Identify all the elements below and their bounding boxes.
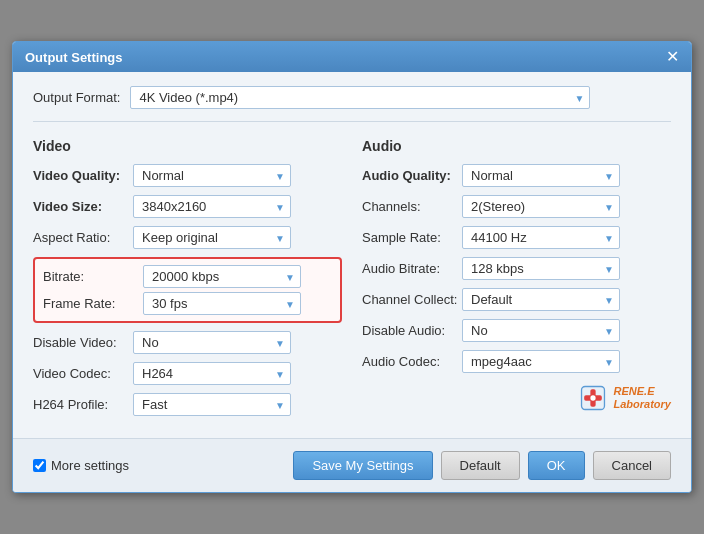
logo-area: RENE.E Laboratory: [362, 383, 671, 413]
audio-quality-select-wrapper: Normal: [462, 164, 620, 187]
frame-rate-select-wrapper: 30 fps: [143, 292, 301, 315]
disable-video-label: Disable Video:: [33, 335, 133, 350]
channels-label: Channels:: [362, 199, 462, 214]
video-quality-select-wrapper: Normal: [133, 164, 291, 187]
disable-audio-select-wrapper: No: [462, 319, 620, 342]
aspect-ratio-row: Aspect Ratio: Keep original: [33, 226, 342, 249]
video-codec-select[interactable]: H264: [133, 362, 291, 385]
save-my-settings-button[interactable]: Save My Settings: [293, 451, 432, 480]
bitrate-row: Bitrate: 20000 kbps: [43, 265, 332, 288]
frame-rate-row: Frame Rate: 30 fps: [43, 292, 332, 315]
video-size-select-wrapper: 3840x2160: [133, 195, 291, 218]
ok-button[interactable]: OK: [528, 451, 585, 480]
sample-rate-label: Sample Rate:: [362, 230, 462, 245]
output-format-select-wrapper: 4K Video (*.mp4): [130, 86, 590, 109]
output-settings-dialog: Output Settings ✕ Output Format: 4K Vide…: [12, 41, 692, 493]
output-format-select[interactable]: 4K Video (*.mp4): [130, 86, 590, 109]
channel-collect-label: Channel Collect:: [362, 292, 462, 307]
channel-collect-row: Channel Collect: Default: [362, 288, 671, 311]
audio-codec-select[interactable]: mpeg4aac: [462, 350, 620, 373]
frame-rate-select[interactable]: 30 fps: [143, 292, 301, 315]
sample-rate-select-wrapper: 44100 Hz: [462, 226, 620, 249]
video-size-row: Video Size: 3840x2160: [33, 195, 342, 218]
title-bar: Output Settings ✕: [13, 42, 691, 72]
bitrate-framerate-box: Bitrate: 20000 kbps Frame Rate: 30 fps: [33, 257, 342, 323]
channel-collect-select-wrapper: Default: [462, 288, 620, 311]
footer-buttons: Save My Settings Default OK Cancel: [293, 451, 671, 480]
video-size-label: Video Size:: [33, 199, 133, 214]
audio-quality-label: Audio Quality:: [362, 168, 462, 183]
logo-text: RENE.E Laboratory: [614, 385, 671, 411]
more-settings-label: More settings: [51, 458, 129, 473]
audio-quality-select[interactable]: Normal: [462, 164, 620, 187]
logo-icon: [578, 383, 608, 413]
audio-codec-label: Audio Codec:: [362, 354, 462, 369]
disable-audio-select[interactable]: No: [462, 319, 620, 342]
disable-video-select-wrapper: No: [133, 331, 291, 354]
h264-profile-row: H264 Profile: Fast: [33, 393, 342, 416]
output-format-label: Output Format:: [33, 90, 120, 105]
h264-profile-select-wrapper: Fast: [133, 393, 291, 416]
bitrate-select-wrapper: 20000 kbps: [143, 265, 301, 288]
output-format-row: Output Format: 4K Video (*.mp4): [33, 86, 671, 122]
close-button[interactable]: ✕: [666, 49, 679, 65]
disable-audio-label: Disable Audio:: [362, 323, 462, 338]
dialog-footer: More settings Save My Settings Default O…: [13, 438, 691, 492]
audio-bitrate-label: Audio Bitrate:: [362, 261, 462, 276]
default-button[interactable]: Default: [441, 451, 520, 480]
dialog-title: Output Settings: [25, 50, 123, 65]
audio-bitrate-select[interactable]: 128 kbps: [462, 257, 620, 280]
video-quality-label: Video Quality:: [33, 168, 133, 183]
dialog-content: Output Format: 4K Video (*.mp4) Video Vi…: [13, 72, 691, 438]
disable-audio-row: Disable Audio: No: [362, 319, 671, 342]
channels-select[interactable]: 2(Stereo): [462, 195, 620, 218]
audio-bitrate-row: Audio Bitrate: 128 kbps: [362, 257, 671, 280]
channels-select-wrapper: 2(Stereo): [462, 195, 620, 218]
audio-bitrate-select-wrapper: 128 kbps: [462, 257, 620, 280]
audio-codec-select-wrapper: mpeg4aac: [462, 350, 620, 373]
audio-quality-row: Audio Quality: Normal: [362, 164, 671, 187]
more-settings-checkbox[interactable]: [33, 459, 46, 472]
svg-point-3: [590, 395, 595, 400]
more-settings-area: More settings: [33, 458, 293, 473]
disable-video-row: Disable Video: No: [33, 331, 342, 354]
h264-profile-label: H264 Profile:: [33, 397, 133, 412]
sample-rate-select[interactable]: 44100 Hz: [462, 226, 620, 249]
aspect-ratio-select-wrapper: Keep original: [133, 226, 291, 249]
video-column: Video Video Quality: Normal Video Size:: [33, 138, 342, 424]
video-codec-select-wrapper: H264: [133, 362, 291, 385]
h264-profile-select[interactable]: Fast: [133, 393, 291, 416]
audio-column: Audio Audio Quality: Normal Channels:: [362, 138, 671, 424]
sample-rate-row: Sample Rate: 44100 Hz: [362, 226, 671, 249]
channel-collect-select[interactable]: Default: [462, 288, 620, 311]
frame-rate-label: Frame Rate:: [43, 296, 143, 311]
video-size-select[interactable]: 3840x2160: [133, 195, 291, 218]
audio-section-title: Audio: [362, 138, 671, 154]
cancel-button[interactable]: Cancel: [593, 451, 671, 480]
video-codec-label: Video Codec:: [33, 366, 133, 381]
aspect-ratio-label: Aspect Ratio:: [33, 230, 133, 245]
bitrate-label: Bitrate:: [43, 269, 143, 284]
settings-columns: Video Video Quality: Normal Video Size:: [33, 138, 671, 424]
bitrate-select[interactable]: 20000 kbps: [143, 265, 301, 288]
video-section-title: Video: [33, 138, 342, 154]
video-quality-select[interactable]: Normal: [133, 164, 291, 187]
video-quality-row: Video Quality: Normal: [33, 164, 342, 187]
channels-row: Channels: 2(Stereo): [362, 195, 671, 218]
disable-video-select[interactable]: No: [133, 331, 291, 354]
audio-codec-row: Audio Codec: mpeg4aac: [362, 350, 671, 373]
aspect-ratio-select[interactable]: Keep original: [133, 226, 291, 249]
video-codec-row: Video Codec: H264: [33, 362, 342, 385]
